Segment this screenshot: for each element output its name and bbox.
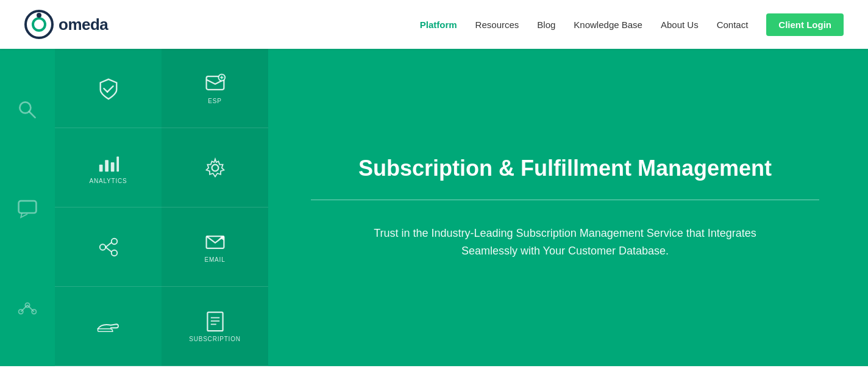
nodes-icon <box>16 294 38 316</box>
esp-icon <box>204 72 226 94</box>
esp-label: ESP <box>208 98 221 104</box>
nav-contact[interactable]: Contact <box>717 20 749 30</box>
hero-content: Subscription & Fulfillment Management Tr… <box>262 49 868 366</box>
svg-rect-15 <box>110 162 114 171</box>
nav-resources[interactable]: Resources <box>475 20 519 30</box>
subscription-panel: SUBSCRIPTION <box>162 287 268 366</box>
svg-point-18 <box>111 238 117 244</box>
header: omeda Platform Resources Blog Knowledge … <box>0 0 868 49</box>
gear-icon <box>204 157 226 179</box>
nodes-icon-group <box>16 294 38 316</box>
svg-line-21 <box>105 247 112 252</box>
shield-icon <box>97 77 120 100</box>
nav-blog[interactable]: Blog <box>537 20 555 30</box>
svg-line-9 <box>21 305 27 312</box>
main-nav: Platform Resources Blog Knowledge Base A… <box>420 13 844 36</box>
shield-panel <box>55 49 162 128</box>
email-label: EMAIL <box>204 256 225 263</box>
svg-rect-28 <box>207 312 222 331</box>
subscription-label: SUBSCRIPTION <box>189 336 241 342</box>
svg-line-4 <box>29 112 35 118</box>
omeda-logo-icon <box>24 10 54 39</box>
svg-rect-16 <box>116 157 119 172</box>
nav-knowledge-base[interactable]: Knowledge Base <box>574 20 642 30</box>
nav-platform[interactable]: Platform <box>420 20 457 30</box>
nav-about-us[interactable]: About Us <box>661 20 699 30</box>
connections-panel <box>55 207 162 287</box>
icon-col-1 <box>0 49 55 366</box>
icon-panels: ANALYTICS <box>0 49 280 366</box>
hero-subtitle: Trust in the Industry-Leading Subscripti… <box>358 225 772 260</box>
hand-icon <box>97 315 120 338</box>
logo[interactable]: omeda <box>24 10 108 39</box>
email-panel: EMAIL <box>162 207 268 287</box>
svg-line-12 <box>107 86 113 92</box>
svg-point-1 <box>33 18 45 31</box>
logo-text: omeda <box>59 15 108 34</box>
connections-icon <box>97 236 120 259</box>
subscription-icon <box>204 310 226 332</box>
analytics-icon <box>97 151 120 174</box>
svg-point-2 <box>37 13 41 18</box>
svg-line-20 <box>105 242 112 247</box>
chat-icon-group <box>16 197 38 218</box>
icon-col-2: ANALYTICS <box>55 49 162 366</box>
hero-title: Subscription & Fulfillment Management <box>358 155 772 181</box>
svg-point-26 <box>212 164 218 171</box>
analytics-label: ANALYTICS <box>89 178 127 184</box>
search-icon-group <box>16 99 38 121</box>
icon-col-3: ESP EMAIL <box>162 49 268 366</box>
svg-rect-13 <box>99 165 102 171</box>
email-icon <box>204 231 226 253</box>
svg-rect-5 <box>19 201 37 213</box>
hero-section: ANALYTICS <box>0 49 868 366</box>
chat-icon <box>16 197 38 218</box>
client-login-button[interactable]: Client Login <box>766 13 844 36</box>
analytics-panel: ANALYTICS <box>55 128 162 207</box>
esp-panel: ESP <box>162 49 268 128</box>
svg-point-19 <box>111 250 117 256</box>
gear-panel <box>162 128 268 207</box>
svg-point-17 <box>99 244 105 250</box>
hero-divider <box>311 200 819 200</box>
search-icon <box>16 99 38 121</box>
service-panel <box>55 287 162 366</box>
svg-rect-14 <box>105 160 108 171</box>
svg-line-10 <box>27 305 34 312</box>
svg-line-11 <box>104 88 107 92</box>
